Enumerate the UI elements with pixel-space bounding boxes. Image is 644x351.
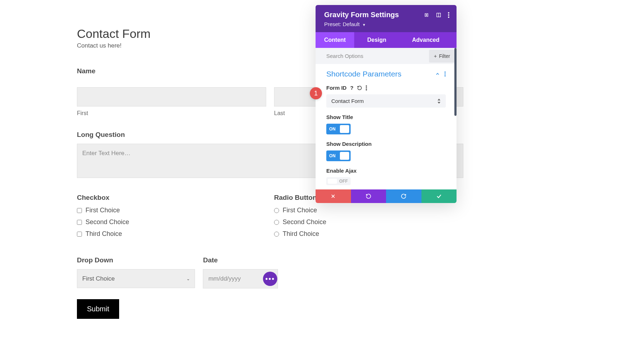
svg-point-9 <box>444 75 446 77</box>
radio-input[interactable] <box>274 232 279 237</box>
panel-title: Gravity Form Settings <box>324 11 399 19</box>
filter-button[interactable]: + Filter <box>429 50 455 63</box>
radio-option[interactable]: Second Choice <box>274 218 463 226</box>
first-name-sublabel: First <box>77 110 266 117</box>
svg-point-8 <box>444 73 446 75</box>
toggle-state: ON <box>329 127 336 132</box>
filter-label: Filter <box>439 53 450 59</box>
section-title: Shortcode Parameters <box>326 70 401 78</box>
toggle-knob <box>340 152 349 160</box>
checkbox-option[interactable]: Third Choice <box>77 230 266 238</box>
svg-point-1 <box>426 14 427 15</box>
close-icon <box>331 194 336 199</box>
svg-point-6 <box>448 16 449 18</box>
collapse-icon[interactable] <box>435 71 440 76</box>
kebab-menu-icon[interactable] <box>366 85 367 90</box>
checkbox-option[interactable]: Second Choice <box>77 218 266 226</box>
panel-header: Gravity Form Settings Preset: Default ▼ <box>316 5 457 32</box>
form-id-label: Form ID <box>326 85 347 91</box>
submit-button[interactable]: Submit <box>77 299 119 319</box>
toggle-knob <box>340 125 349 133</box>
preset-dropdown[interactable]: Preset: Default ▼ <box>324 21 449 27</box>
form-id-select[interactable]: Contact Form <box>326 94 446 108</box>
show-description-label: Show Description <box>326 141 372 147</box>
show-title-toggle[interactable]: ON <box>326 124 351 134</box>
redo-button[interactable] <box>386 189 421 203</box>
svg-marker-13 <box>438 99 440 100</box>
search-options-input[interactable] <box>316 48 428 64</box>
svg-marker-14 <box>438 102 440 104</box>
radio-option-label: First Choice <box>283 207 317 214</box>
svg-point-7 <box>444 71 446 73</box>
svg-point-12 <box>366 89 367 90</box>
toggle-state: OFF <box>339 179 348 184</box>
kebab-menu-icon[interactable] <box>448 12 449 18</box>
reset-icon[interactable] <box>357 85 362 90</box>
radio-option[interactable]: Third Choice <box>274 230 463 238</box>
tab-advanced[interactable]: Advanced <box>399 32 448 48</box>
settings-panel: Gravity Form Settings Preset: Default ▼ … <box>316 5 457 203</box>
help-icon[interactable]: ? <box>350 85 353 91</box>
enable-ajax-toggle[interactable]: OFF <box>326 177 351 185</box>
enable-ajax-label: Enable Ajax <box>326 168 356 174</box>
form-id-value: Contact Form <box>331 98 364 104</box>
tab-design[interactable]: Design <box>354 32 399 48</box>
annotation-marker-1: 1 <box>310 87 322 99</box>
checkbox-input[interactable] <box>77 232 82 237</box>
checkbox-option[interactable]: First Choice <box>77 207 266 214</box>
check-icon <box>436 193 442 199</box>
ellipsis-icon: ••• <box>265 275 275 283</box>
toggle-state: ON <box>329 153 336 158</box>
sort-icon <box>437 99 441 104</box>
panel-body: + Filter Shortcode Parameters <box>316 48 457 189</box>
panel-tabs: Content Design Advanced <box>316 32 457 48</box>
radio-option-label: Third Choice <box>283 230 319 238</box>
radio-input[interactable] <box>274 220 279 225</box>
date-label: Date <box>203 256 278 264</box>
show-description-toggle[interactable]: ON <box>326 150 351 161</box>
plus-icon: + <box>434 53 437 59</box>
radio-option[interactable]: First Choice <box>274 207 463 214</box>
checkbox-option-label: First Choice <box>86 207 120 214</box>
checkbox-input[interactable] <box>77 208 82 213</box>
panel-footer <box>316 189 457 203</box>
cancel-button[interactable] <box>316 189 351 203</box>
floating-action-button[interactable]: ••• <box>263 272 277 286</box>
svg-point-10 <box>366 85 367 87</box>
preset-label: Preset: Default <box>324 21 360 27</box>
expand-icon[interactable] <box>424 12 429 18</box>
dropdown-label: Drop Down <box>77 256 195 264</box>
tab-content[interactable]: Content <box>316 32 354 48</box>
layout-icon[interactable] <box>436 12 441 18</box>
undo-button[interactable] <box>351 189 386 203</box>
caret-down-icon: ▼ <box>362 23 366 27</box>
kebab-menu-icon[interactable] <box>444 71 446 76</box>
toggle-knob <box>328 179 337 184</box>
first-name-input[interactable] <box>77 87 266 107</box>
checkbox-option-label: Second Choice <box>86 218 129 226</box>
checkbox-input[interactable] <box>77 220 82 225</box>
radio-option-label: Second Choice <box>283 218 326 226</box>
checkbox-label: Checkbox <box>77 194 266 202</box>
undo-icon <box>366 193 371 199</box>
radio-input[interactable] <box>274 208 279 213</box>
checkbox-option-label: Third Choice <box>86 230 122 238</box>
svg-point-4 <box>448 12 449 14</box>
show-title-label: Show Title <box>326 114 353 120</box>
svg-point-5 <box>448 14 449 16</box>
redo-icon <box>401 193 406 199</box>
save-button[interactable] <box>421 189 457 203</box>
svg-point-11 <box>366 87 367 89</box>
dropdown-select[interactable]: First Choice <box>77 269 195 288</box>
